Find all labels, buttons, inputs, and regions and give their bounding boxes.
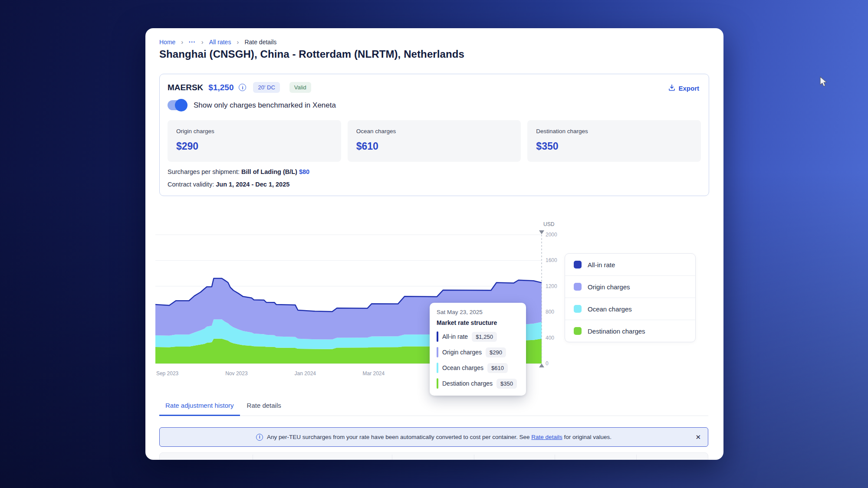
chart-legend: All-in rate Origin charges Ocean charges… bbox=[565, 253, 696, 342]
rate-details-link[interactable]: Rate details bbox=[531, 434, 562, 440]
all-in-rate-swatch bbox=[574, 261, 582, 269]
close-icon[interactable]: ✕ bbox=[695, 433, 701, 441]
toggle-label: Show only charges benchmarked in Xeneta bbox=[194, 101, 336, 110]
banner-text: Any per-TEU surcharges from your rate ha… bbox=[267, 434, 612, 440]
origin-charges-card: Origin charges $290 bbox=[168, 120, 341, 162]
ocean-charges-card: Ocean charges $610 bbox=[348, 120, 521, 162]
all-in-rate-value: $1,250 bbox=[208, 83, 233, 92]
svg-text:1200: 1200 bbox=[546, 283, 557, 289]
charge-value: $350 bbox=[536, 141, 692, 152]
mouse-cursor bbox=[819, 76, 830, 89]
chevron-right-icon: › bbox=[201, 39, 204, 45]
destination-charges-bar bbox=[437, 378, 438, 389]
legend-item-destination-charges[interactable]: Destination charges bbox=[565, 320, 695, 342]
column-divider bbox=[253, 455, 253, 460]
ocean-charges-bar bbox=[437, 363, 438, 373]
svg-text:Nov 2023: Nov 2023 bbox=[225, 370, 248, 377]
column-divider bbox=[474, 455, 474, 460]
tooltip-heading: Market rate structure bbox=[437, 319, 519, 326]
svg-text:400: 400 bbox=[546, 335, 554, 341]
chevron-right-icon: › bbox=[181, 39, 183, 45]
breadcrumb-ellipsis[interactable]: ••• bbox=[189, 40, 195, 44]
info-icon: i bbox=[256, 434, 263, 441]
charge-label: Ocean charges bbox=[356, 128, 513, 134]
surcharge-conversion-banner: i Any per-TEU surcharges from your rate … bbox=[159, 427, 708, 447]
status-badge: Valid bbox=[289, 82, 311, 93]
rate-summary-card: MAERSK $1,250 i 20' DC Valid Export Show… bbox=[159, 74, 709, 196]
benchmarked-toggle[interactable] bbox=[168, 100, 187, 110]
svg-text:Sep 2023: Sep 2023 bbox=[156, 370, 179, 377]
destination-charges-card: Destination charges $350 bbox=[527, 120, 701, 162]
charge-label: Origin charges bbox=[176, 128, 332, 134]
column-divider bbox=[636, 455, 637, 460]
surcharges-line: Surcharges per shipment: Bill of Lading … bbox=[168, 168, 309, 175]
container-type-badge: 20' DC bbox=[253, 82, 279, 93]
svg-text:2000: 2000 bbox=[546, 232, 557, 238]
tooltip-row-all-in: All-in rate $1,250 bbox=[437, 331, 519, 342]
detail-tabs: Rate adjustment history Rate details bbox=[159, 399, 708, 416]
all-in-rate-bar bbox=[437, 331, 438, 342]
origin-charges-swatch bbox=[574, 283, 582, 291]
legend-item-all-in-rate[interactable]: All-in rate bbox=[565, 254, 695, 275]
charge-value: $610 bbox=[356, 141, 513, 152]
charge-breakdown: Origin charges $290 Ocean charges $610 D… bbox=[168, 120, 701, 162]
svg-text:Jan 2024: Jan 2024 bbox=[295, 370, 316, 377]
svg-text:Mar 2024: Mar 2024 bbox=[362, 370, 385, 377]
rate-details-panel: Home › ••• › All rates › Rate details Sh… bbox=[145, 28, 723, 460]
tab-rate-adjustment-history[interactable]: Rate adjustment history bbox=[159, 399, 240, 416]
legend-item-origin-charges[interactable]: Origin charges bbox=[565, 275, 695, 298]
tooltip-value: $290 bbox=[486, 347, 506, 357]
tooltip-row-origin: Origin charges $290 bbox=[437, 347, 519, 357]
chevron-right-icon: › bbox=[237, 39, 239, 45]
legend-item-ocean-charges[interactable]: Ocean charges bbox=[565, 298, 695, 320]
ocean-charges-swatch bbox=[574, 305, 582, 313]
tooltip-date: Sat May 23, 2025 bbox=[437, 309, 519, 315]
export-label: Export bbox=[678, 85, 699, 92]
download-icon bbox=[668, 84, 675, 92]
svg-text:USD: USD bbox=[543, 221, 555, 227]
svg-text:800: 800 bbox=[546, 309, 554, 315]
svg-text:1600: 1600 bbox=[546, 257, 557, 263]
info-icon[interactable]: i bbox=[239, 84, 246, 91]
origin-charges-bar bbox=[437, 347, 438, 357]
charge-label: Destination charges bbox=[536, 128, 692, 134]
tooltip-value: $350 bbox=[496, 379, 517, 389]
breadcrumb-current: Rate details bbox=[244, 39, 276, 46]
breadcrumb-all-rates-link[interactable]: All rates bbox=[209, 39, 231, 46]
svg-text:0: 0 bbox=[546, 360, 549, 367]
destination-charges-swatch bbox=[574, 327, 582, 335]
toggle-knob bbox=[175, 99, 187, 111]
column-divider bbox=[392, 455, 392, 460]
charge-value: $290 bbox=[176, 141, 332, 152]
contract-validity-line: Contract validity: Jun 1, 2024 - Dec 1, … bbox=[168, 181, 289, 188]
tooltip-row-destination: Destiation charges $350 bbox=[437, 378, 519, 389]
tooltip-value: $610 bbox=[487, 363, 508, 373]
tab-rate-details[interactable]: Rate details bbox=[241, 399, 287, 416]
export-button[interactable]: Export bbox=[668, 84, 699, 92]
carrier-name: MAERSK bbox=[168, 83, 203, 92]
breadcrumb: Home › ••• › All rates › Rate details bbox=[159, 39, 276, 46]
history-table-header bbox=[159, 452, 708, 460]
column-divider bbox=[555, 455, 555, 460]
chart-tooltip: Sat May 23, 2025 Market rate structure A… bbox=[430, 303, 526, 396]
tooltip-value: $1,250 bbox=[472, 332, 497, 342]
breadcrumb-home-link[interactable]: Home bbox=[159, 39, 175, 46]
tooltip-row-ocean: Ocean charges $610 bbox=[437, 363, 519, 373]
page-title: Shanghai (CNSGH), China - Rotterdam (NLR… bbox=[159, 48, 464, 60]
